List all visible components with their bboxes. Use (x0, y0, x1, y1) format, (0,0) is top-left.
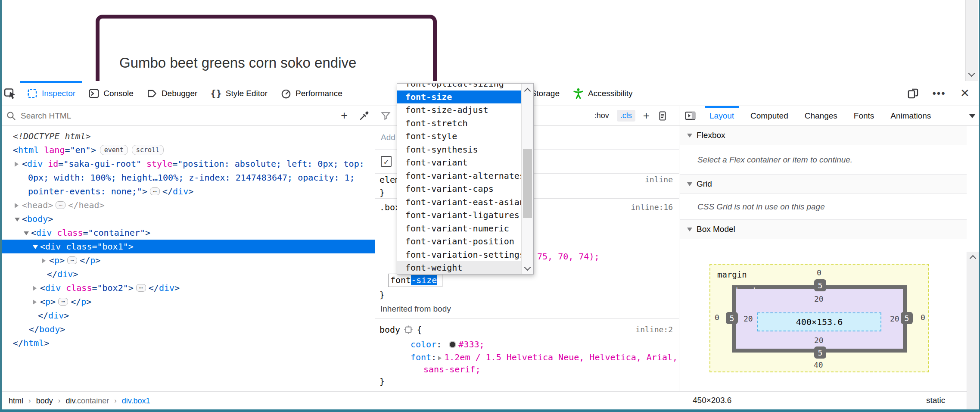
markup-node[interactable]: <div id="saka-gui-root" style="position:… (0, 157, 375, 171)
collapse-node-icon[interactable] (33, 245, 38, 249)
autocomplete-item[interactable]: font-variant-east-asian (397, 196, 521, 209)
autocomplete-item[interactable]: font-variant-caps (397, 182, 521, 196)
autocomplete-item[interactable]: font-synthesis (397, 143, 521, 156)
expand-node-icon[interactable] (33, 300, 37, 305)
autocomplete-item[interactable]: font-variant-alternates (397, 169, 521, 183)
collapsed-content-icon[interactable]: ⋯ (136, 284, 146, 292)
border-bottom-value[interactable]: 5 (814, 346, 826, 359)
markup-node[interactable]: <div class="container"> (0, 226, 375, 240)
sidebar-tab-changes[interactable]: Changes (796, 106, 846, 125)
border-left-value[interactable]: 5 (726, 312, 738, 324)
body-rule-source-link[interactable]: inline:2 (635, 323, 673, 336)
autocomplete-item[interactable]: font-variant-position (397, 235, 521, 248)
autocomplete-item[interactable]: font-variation-settings (397, 248, 521, 262)
margin-bottom-value[interactable]: 40 (814, 360, 823, 369)
markup-node[interactable]: <body> (0, 212, 375, 226)
collapse-node-icon[interactable] (24, 231, 29, 235)
sidebar-toggle-icon[interactable] (684, 110, 696, 122)
add-new-rule-button[interactable]: + (643, 109, 650, 122)
autocomplete-item[interactable]: font-weight (397, 261, 521, 275)
tab-console[interactable]: Console (82, 81, 140, 106)
breadcrumb-item[interactable]: html (9, 396, 23, 406)
box-model-padding-layer[interactable]: padding 20 20 20 20 400×153.6 (736, 289, 903, 349)
search-html-input[interactable]: Search HTML (21, 111, 341, 121)
expand-node-icon[interactable] (33, 286, 37, 291)
toggle-classes-button[interactable]: .cls (617, 110, 635, 122)
filter-icon[interactable] (380, 110, 391, 121)
scrollbar-thumb[interactable] (523, 149, 532, 218)
scroll-down-icon[interactable] (524, 264, 531, 271)
autocomplete-item[interactable]: font-variant-numeric (397, 222, 521, 235)
markup-node[interactable]: <!DOCTYPE html> (0, 129, 375, 143)
scroll-up-icon[interactable] (524, 88, 531, 95)
collapse-node-icon[interactable] (15, 218, 20, 222)
collapsed-content-icon[interactable]: ⋯ (67, 256, 77, 264)
box-model-content-box[interactable]: 400×153.6 (757, 312, 881, 331)
box1-rule-source-link[interactable]: inline:16 (631, 201, 673, 214)
markup-node[interactable]: </div> (0, 267, 375, 281)
autocomplete-item[interactable]: font-variant (397, 156, 521, 169)
markup-node[interactable]: pointer-events: none;">⋯</div> (0, 184, 375, 198)
element-rule-source-link[interactable]: inline (645, 173, 673, 186)
autocomplete-item[interactable]: font-style (397, 130, 521, 143)
padding-bottom-value[interactable]: 20 (814, 336, 824, 345)
body-font-property[interactable]: font:1.2em / 1.5 Helvetica Neue, Helveti… (411, 351, 678, 364)
sidebar-scrollbar[interactable] (967, 252, 979, 412)
markup-node[interactable]: <head>⋯</head> (0, 198, 375, 212)
body-rule-selector[interactable]: body{ (380, 323, 422, 336)
sidebar-tab-fonts[interactable]: Fonts (846, 106, 883, 125)
responsive-design-mode-button[interactable] (906, 86, 921, 101)
collapsed-content-icon[interactable]: ⋯ (56, 201, 65, 209)
autocomplete-item[interactable]: font-size (397, 91, 521, 104)
markup-node[interactable]: 0px; width: 100%; height…100%; z-index: … (0, 171, 375, 184)
autocomplete-item[interactable]: font-stretch (397, 117, 521, 130)
collapsed-content-icon[interactable]: ⋯ (150, 187, 160, 195)
create-new-node-button[interactable]: + (341, 109, 348, 122)
autocomplete-item[interactable]: font-size-adjust (397, 103, 521, 117)
event-badge[interactable]: event (100, 145, 128, 155)
scroll-down-icon[interactable] (968, 70, 975, 77)
box-model-border-layer[interactable]: border padding 20 20 20 20 400×153.6 (732, 285, 907, 353)
class-checkbox[interactable]: ✓ (381, 156, 392, 167)
breadcrumb-item[interactable]: div.container (65, 396, 109, 406)
body-color-property[interactable]: color: #333; (411, 338, 485, 351)
collapsed-content-icon[interactable]: ⋯ (58, 298, 68, 306)
padding-right-value[interactable]: 20 (890, 314, 899, 323)
selector-highlighter-icon[interactable] (404, 325, 413, 334)
tab-debugger[interactable]: Debugger (140, 81, 204, 106)
tab-style-editor[interactable]: {} Style Editor (204, 81, 274, 106)
markup-node[interactable]: </body> (0, 322, 375, 336)
breadcrumb-item[interactable]: div.box1 (122, 396, 150, 406)
tab-accessibility[interactable]: Accessibility (566, 81, 639, 106)
sidebar-tab-animations[interactable]: Animations (882, 106, 939, 125)
sidebar-tabs-overflow-button[interactable] (969, 114, 976, 118)
flexbox-section-header[interactable]: Flexbox (680, 126, 967, 145)
scroll-up-icon[interactable] (970, 255, 977, 262)
padding-left-value[interactable]: 20 (744, 314, 753, 323)
grid-section-header[interactable]: Grid (680, 175, 967, 194)
border-right-value[interactable]: 5 (901, 312, 913, 324)
markup-node[interactable]: </html> (0, 336, 375, 350)
expand-value-icon[interactable] (438, 356, 442, 360)
print-simulation-icon[interactable] (657, 111, 668, 121)
box-model-margin-layer[interactable]: margin 0 0 40 0 border padding 20 20 20 … (709, 264, 929, 372)
scroll-badge[interactable]: scroll (132, 145, 164, 155)
meatball-menu-button[interactable]: ••• (932, 86, 946, 101)
markup-node[interactable]: <div class="box2">⋯</div> (0, 281, 375, 295)
padding-top-value[interactable]: 20 (814, 294, 824, 303)
toggle-pseudo-class-button[interactable]: :hov (594, 111, 609, 120)
color-swatch[interactable] (449, 341, 456, 348)
markup-node[interactable]: <p>⋯</p> (0, 295, 375, 309)
margin-right-value[interactable]: 0 (921, 313, 925, 322)
margin-top-value[interactable]: 0 (817, 268, 821, 277)
close-devtools-button[interactable]: ✕ (958, 86, 972, 101)
margin-left-value[interactable]: 0 (715, 313, 719, 322)
border-top-value[interactable]: 5 (814, 279, 826, 291)
expand-node-icon[interactable] (15, 203, 19, 208)
eyedropper-icon[interactable] (359, 110, 370, 121)
sidebar-tab-layout[interactable]: Layout (701, 106, 742, 125)
popup-scrollbar[interactable] (521, 84, 533, 274)
autocomplete-item[interactable]: font-optical-sizing (397, 83, 521, 91)
markup-node[interactable]: <p>⋯</p> (0, 253, 375, 267)
markup-node[interactable]: <div class="box1"> (0, 240, 375, 253)
